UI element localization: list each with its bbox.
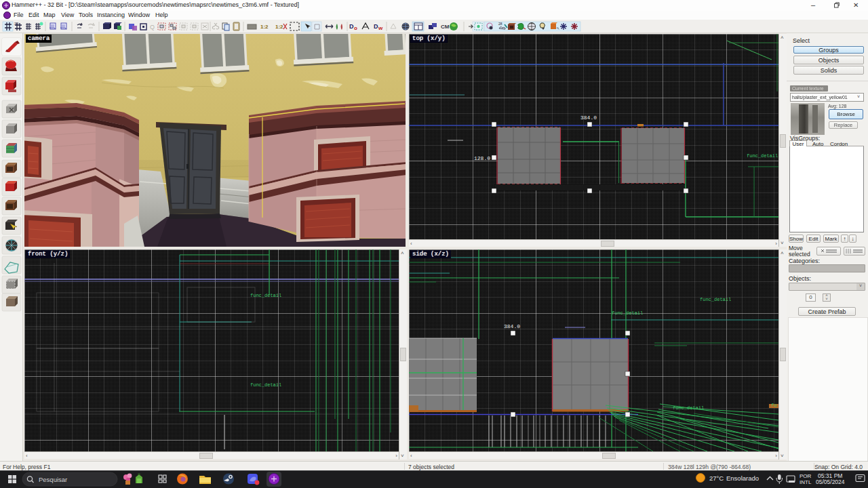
svg-text:128.0: 128.0 (474, 155, 490, 161)
svg-text:384.0: 384.0 (504, 323, 520, 329)
svg-text:func_detail: func_detail (250, 382, 281, 388)
svg-text:28: 28 (498, 22, 502, 26)
svg-text:384.0: 384.0 (580, 115, 597, 121)
svg-text:fu: fu (771, 403, 776, 408)
svg-text:05/05/2024: 05/05/2024 (816, 479, 845, 485)
svg-text:Q: Q (150, 24, 155, 30)
svg-text:Ensolarado: Ensolarado (726, 474, 759, 482)
svg-text:CM: CM (441, 24, 450, 30)
svg-text:POR: POR (800, 473, 812, 479)
svg-text:D: D (349, 23, 354, 30)
svg-text:27°C: 27°C (709, 474, 724, 482)
svg-text:Pesquisar: Pesquisar (39, 476, 67, 483)
svg-text:func_detail: func_detail (250, 293, 281, 298)
svg-text:w: w (378, 25, 383, 31)
svg-text:1:2: 1:2 (260, 24, 269, 30)
svg-text:func_detail: func_detail (673, 405, 704, 411)
svg-text:D: D (374, 23, 378, 30)
svg-text:func_detail: func_detail (700, 297, 731, 302)
svg-text:o: o (354, 25, 357, 31)
svg-text:INTL: INTL (800, 479, 812, 485)
svg-text:1:2: 1:2 (275, 24, 283, 30)
svg-text:func_detail: func_detail (612, 310, 643, 316)
svg-text:func_detail: func_detail (747, 153, 778, 159)
svg-text:3D: 3D (14, 22, 19, 26)
